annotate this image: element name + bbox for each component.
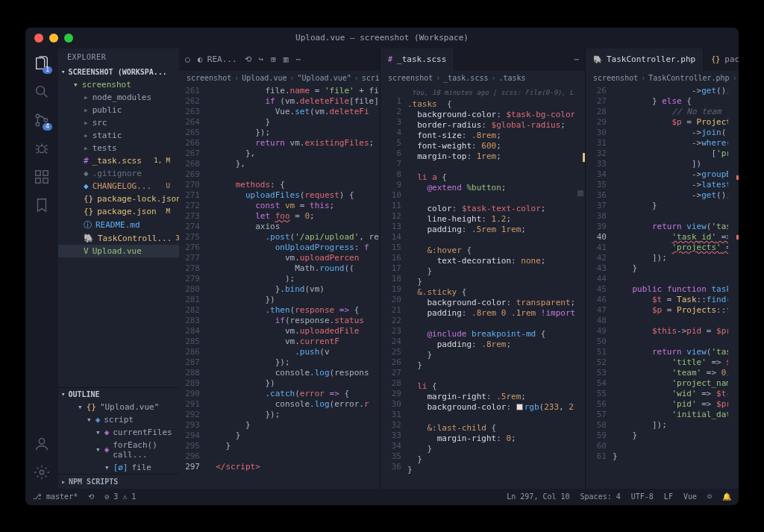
npm-scripts-header[interactable]: ▸NPM SCRIPTS [58,474,179,489]
tree-root[interactable]: ▾screenshot [58,78,179,91]
activity-bar: 1 4 [25,48,58,489]
breadcrumb-segment[interactable]: Upload.vue [242,74,286,82]
code-editor-2[interactable]: 1234567891011121314151617181920212223242… [381,86,585,489]
breadcrumb-segment[interactable]: _task.scss [443,74,488,82]
breadcrumb-segment[interactable]: screenshot [593,74,638,82]
breadcrumb-2[interactable]: screenshot›_task.scss›.tasks [381,71,585,86]
outline-item[interactable]: ▾◈currentFiles [58,426,179,439]
body: 1 4 EXPLORER ▾SCREENSHOT (WORKSPA... ▾sc… [25,48,739,489]
code-lines-1[interactable]: file.name = 'file' + fi if (vm.deleteFil… [206,86,380,489]
tab-bar-2: #_task.scss ⋯ [381,48,585,71]
tree-file[interactable]: {}package.jsonM [58,205,179,218]
titlebar: Upload.vue — screenshot (Workspace) [25,28,739,48]
tab-label: _task.scss [397,54,446,64]
svg-point-1 [36,114,40,118]
tab-action[interactable]: ◐ REA... [198,54,237,64]
outline-label: OUTLINE [68,390,99,398]
notifications-icon[interactable]: 🔔 [722,492,731,501]
more-icon[interactable]: ⋯ [574,54,579,64]
tree-dir[interactable]: ▸tests [58,142,179,154]
scss-icon: # [388,55,392,63]
outline-header[interactable]: ▾OUTLINE [58,388,179,401]
tree-file[interactable]: VUpload.vue [58,245,179,257]
breadcrumb-segment[interactable]: .tasks [499,74,526,82]
workspace-header[interactable]: ▾SCREENSHOT (WORKSPA... [58,66,179,78]
gutter-3: 2627282930313233343536373839404142434445… [586,86,613,489]
svg-point-4 [38,145,45,152]
tab-action[interactable]: ▥ [284,54,289,64]
debug-icon[interactable] [33,140,51,157]
outline-item[interactable]: ▾◈forEach() call... [58,439,179,461]
minimap-2[interactable] [574,86,585,489]
breadcrumb-segment[interactable]: screenshot [388,74,433,82]
outline-item[interactable]: ▾[ø]file [58,461,179,474]
outline-root[interactable]: ▾{}"Upload.vue" [58,401,179,413]
maximize-window-icon[interactable] [64,34,73,43]
tree-dir[interactable]: ▸node_modules [58,91,179,104]
minimize-window-icon[interactable] [49,34,58,43]
tree-file[interactable]: {}package-lock.json [58,193,179,205]
language-status[interactable]: Vue [683,492,697,501]
code-lines-2[interactable]: You, 18 minutes ago | scss: File(0-9), L… [407,86,574,489]
problems-status[interactable]: ⊘ 3 ⚠ 1 [104,492,136,501]
svg-point-3 [44,118,48,122]
tab-action[interactable]: ⊞ [271,54,276,64]
cursor-position[interactable]: Ln 297, Col 10 [507,492,569,501]
tab[interactable]: {}package.json [704,48,739,71]
tree-dir[interactable]: ▸static [58,129,179,142]
tab-action[interactable]: ○ [185,54,190,64]
close-window-icon[interactable] [34,34,43,43]
encoding-status[interactable]: UTF-8 [631,492,654,501]
git-branch[interactable]: ⎇ master* [33,492,78,501]
sync-icon[interactable]: ⟲ [88,492,94,501]
file-tree: ▾screenshot▸node_modules▸public▸src▸stat… [58,78,179,387]
accounts-icon[interactable] [33,435,51,453]
code-lines-3[interactable]: ->get(); } else { // No team $p = Projec… [613,86,728,489]
vscode-window: Upload.vue — screenshot (Workspace) 1 4 … [25,28,739,505]
tab-action[interactable]: ⋯ [295,54,301,64]
breadcrumb-3[interactable]: screenshot›TaskController.php›TaskContro… [586,71,739,86]
svg-point-2 [36,122,40,126]
breadcrumb-1[interactable]: screenshot›Upload.vue›"Upload.vue"›scrip… [179,71,380,86]
tab[interactable]: 🐘TaskController.php [586,48,704,71]
extensions-icon[interactable] [33,168,51,186]
tab-bar-3: 🐘TaskController.php{}package.json⋯ [586,48,739,71]
breadcrumb-segment[interactable]: script [362,74,380,82]
breadcrumb-segment[interactable]: screenshot [187,74,231,82]
explorer-icon[interactable]: 1 [33,54,51,72]
breadcrumb-segment[interactable]: "Upload.vue" [298,74,351,82]
settings-icon[interactable] [33,463,51,481]
tab-task-scss[interactable]: #_task.scss [381,48,454,71]
tab-actions-1: ○◐ REA...⟲↪⊞▥⋯ [179,48,307,71]
bookmark-icon[interactable] [33,196,51,214]
tree-dir[interactable]: ▸public [58,104,179,116]
tree-file[interactable]: #_task.scss1, M [58,154,179,167]
status-bar: ⎇ master* ⟲ ⊘ 3 ⚠ 1 Ln 297, Col 10 Space… [25,489,739,505]
minimap-3[interactable] [728,86,739,489]
outline-item[interactable]: ▾◈script [58,413,179,426]
tree-dir[interactable]: ▸src [58,116,179,129]
code-editor-3[interactable]: 2627282930313233343536373839404142434445… [586,86,739,489]
breadcrumb-segment[interactable]: TaskController.php [648,74,729,82]
svg-rect-5 [36,170,40,175]
svg-point-10 [40,470,44,475]
code-editor-1[interactable]: 2612622632642652662672682692702712722732… [179,86,380,489]
feedback-icon[interactable]: ☺ [707,492,712,501]
search-icon[interactable] [33,83,51,101]
workspace-label: SCREENSHOT (WORKSPA... [68,68,166,76]
svg-point-0 [37,86,45,94]
indent-status[interactable]: Spaces: 4 [580,492,621,501]
outline-section: ▾OUTLINE ▾{}"Upload.vue"▾◈script▾◈curren… [58,387,179,474]
source-control-icon[interactable]: 4 [33,111,51,129]
tab-bar-1: ○◐ REA...⟲↪⊞▥⋯ [179,48,380,71]
tree-file[interactable]: ◆.gitignore [58,167,179,180]
npm-label: NPM SCRIPTS [69,478,118,486]
gutter-1: 2612622632642652662672682692702712722732… [179,86,206,489]
tree-file[interactable]: ⓘREADME.md [58,218,179,232]
tree-file[interactable]: ◆CHANGELOG...U [58,180,179,193]
tab-action[interactable]: ⟲ [245,54,251,64]
scm-badge: 4 [43,123,52,131]
tab-action[interactable]: ↪ [259,54,264,64]
eol-status[interactable]: LF [664,492,673,501]
tree-file[interactable]: 🐘TaskControll...3, M [58,232,179,245]
